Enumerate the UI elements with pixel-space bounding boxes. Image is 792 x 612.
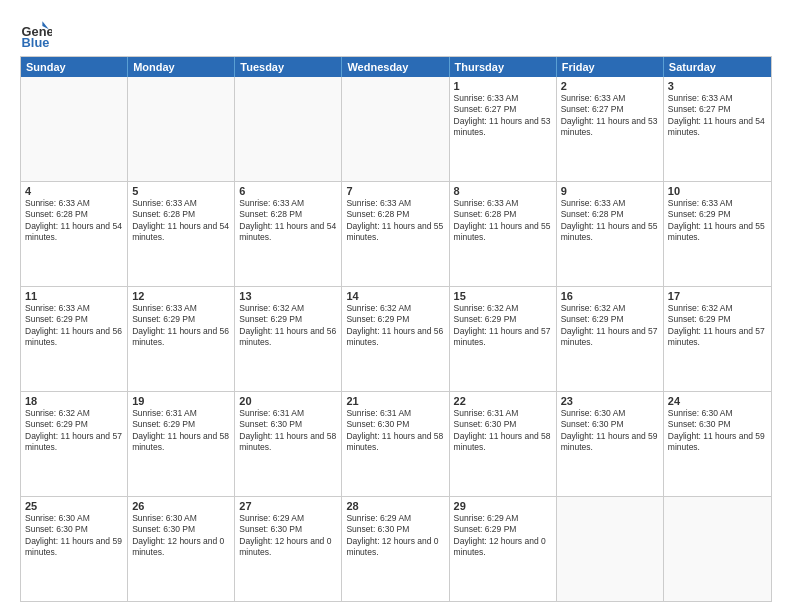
empty-cell — [128, 77, 235, 181]
day-number: 3 — [668, 80, 767, 92]
header-day-monday: Monday — [128, 57, 235, 77]
empty-cell — [557, 497, 664, 601]
day-number: 16 — [561, 290, 659, 302]
calendar: SundayMondayTuesdayWednesdayThursdayFrid… — [20, 56, 772, 602]
day-number: 24 — [668, 395, 767, 407]
calendar-row-2: 4Sunrise: 6:33 AMSunset: 6:28 PMDaylight… — [21, 181, 771, 286]
header-day-sunday: Sunday — [21, 57, 128, 77]
day-number: 6 — [239, 185, 337, 197]
day-number: 13 — [239, 290, 337, 302]
day-number: 29 — [454, 500, 552, 512]
day-cell-8: 8Sunrise: 6:33 AMSunset: 6:28 PMDaylight… — [450, 182, 557, 286]
day-info: Sunrise: 6:29 AMSunset: 6:30 PMDaylight:… — [239, 513, 337, 559]
day-info: Sunrise: 6:32 AMSunset: 6:29 PMDaylight:… — [25, 408, 123, 454]
day-cell-21: 21Sunrise: 6:31 AMSunset: 6:30 PMDayligh… — [342, 392, 449, 496]
empty-cell — [235, 77, 342, 181]
header: General Blue — [20, 18, 772, 50]
day-info: Sunrise: 6:30 AMSunset: 6:30 PMDaylight:… — [25, 513, 123, 559]
day-cell-5: 5Sunrise: 6:33 AMSunset: 6:28 PMDaylight… — [128, 182, 235, 286]
day-cell-25: 25Sunrise: 6:30 AMSunset: 6:30 PMDayligh… — [21, 497, 128, 601]
day-info: Sunrise: 6:31 AMSunset: 6:30 PMDaylight:… — [239, 408, 337, 454]
day-number: 25 — [25, 500, 123, 512]
logo: General Blue — [20, 18, 56, 50]
day-cell-3: 3Sunrise: 6:33 AMSunset: 6:27 PMDaylight… — [664, 77, 771, 181]
day-number: 28 — [346, 500, 444, 512]
header-day-saturday: Saturday — [664, 57, 771, 77]
day-cell-4: 4Sunrise: 6:33 AMSunset: 6:28 PMDaylight… — [21, 182, 128, 286]
day-info: Sunrise: 6:33 AMSunset: 6:27 PMDaylight:… — [454, 93, 552, 139]
day-cell-14: 14Sunrise: 6:32 AMSunset: 6:29 PMDayligh… — [342, 287, 449, 391]
day-cell-19: 19Sunrise: 6:31 AMSunset: 6:29 PMDayligh… — [128, 392, 235, 496]
day-cell-26: 26Sunrise: 6:30 AMSunset: 6:30 PMDayligh… — [128, 497, 235, 601]
day-cell-15: 15Sunrise: 6:32 AMSunset: 6:29 PMDayligh… — [450, 287, 557, 391]
day-info: Sunrise: 6:32 AMSunset: 6:29 PMDaylight:… — [346, 303, 444, 349]
day-number: 8 — [454, 185, 552, 197]
empty-cell — [664, 497, 771, 601]
header-day-tuesday: Tuesday — [235, 57, 342, 77]
day-cell-11: 11Sunrise: 6:33 AMSunset: 6:29 PMDayligh… — [21, 287, 128, 391]
day-cell-13: 13Sunrise: 6:32 AMSunset: 6:29 PMDayligh… — [235, 287, 342, 391]
svg-text:Blue: Blue — [22, 35, 50, 50]
calendar-header: SundayMondayTuesdayWednesdayThursdayFrid… — [21, 57, 771, 77]
day-number: 4 — [25, 185, 123, 197]
day-cell-24: 24Sunrise: 6:30 AMSunset: 6:30 PMDayligh… — [664, 392, 771, 496]
day-cell-7: 7Sunrise: 6:33 AMSunset: 6:28 PMDaylight… — [342, 182, 449, 286]
day-info: Sunrise: 6:29 AMSunset: 6:29 PMDaylight:… — [454, 513, 552, 559]
day-cell-1: 1Sunrise: 6:33 AMSunset: 6:27 PMDaylight… — [450, 77, 557, 181]
day-info: Sunrise: 6:33 AMSunset: 6:28 PMDaylight:… — [25, 198, 123, 244]
day-cell-29: 29Sunrise: 6:29 AMSunset: 6:29 PMDayligh… — [450, 497, 557, 601]
day-cell-18: 18Sunrise: 6:32 AMSunset: 6:29 PMDayligh… — [21, 392, 128, 496]
day-info: Sunrise: 6:33 AMSunset: 6:27 PMDaylight:… — [668, 93, 767, 139]
day-info: Sunrise: 6:33 AMSunset: 6:28 PMDaylight:… — [346, 198, 444, 244]
calendar-row-5: 25Sunrise: 6:30 AMSunset: 6:30 PMDayligh… — [21, 496, 771, 601]
day-number: 10 — [668, 185, 767, 197]
day-cell-23: 23Sunrise: 6:30 AMSunset: 6:30 PMDayligh… — [557, 392, 664, 496]
day-info: Sunrise: 6:33 AMSunset: 6:28 PMDaylight:… — [239, 198, 337, 244]
calendar-row-4: 18Sunrise: 6:32 AMSunset: 6:29 PMDayligh… — [21, 391, 771, 496]
day-number: 7 — [346, 185, 444, 197]
day-number: 18 — [25, 395, 123, 407]
day-cell-6: 6Sunrise: 6:33 AMSunset: 6:28 PMDaylight… — [235, 182, 342, 286]
day-cell-10: 10Sunrise: 6:33 AMSunset: 6:29 PMDayligh… — [664, 182, 771, 286]
day-number: 27 — [239, 500, 337, 512]
day-number: 22 — [454, 395, 552, 407]
day-info: Sunrise: 6:30 AMSunset: 6:30 PMDaylight:… — [668, 408, 767, 454]
day-number: 9 — [561, 185, 659, 197]
day-cell-20: 20Sunrise: 6:31 AMSunset: 6:30 PMDayligh… — [235, 392, 342, 496]
day-number: 21 — [346, 395, 444, 407]
header-day-thursday: Thursday — [450, 57, 557, 77]
day-number: 1 — [454, 80, 552, 92]
day-cell-2: 2Sunrise: 6:33 AMSunset: 6:27 PMDaylight… — [557, 77, 664, 181]
calendar-body: 1Sunrise: 6:33 AMSunset: 6:27 PMDaylight… — [21, 77, 771, 601]
day-number: 17 — [668, 290, 767, 302]
day-info: Sunrise: 6:30 AMSunset: 6:30 PMDaylight:… — [561, 408, 659, 454]
day-number: 11 — [25, 290, 123, 302]
day-number: 15 — [454, 290, 552, 302]
calendar-row-1: 1Sunrise: 6:33 AMSunset: 6:27 PMDaylight… — [21, 77, 771, 181]
header-day-friday: Friday — [557, 57, 664, 77]
logo-icon: General Blue — [20, 18, 52, 50]
day-number: 12 — [132, 290, 230, 302]
day-number: 20 — [239, 395, 337, 407]
empty-cell — [21, 77, 128, 181]
day-info: Sunrise: 6:31 AMSunset: 6:30 PMDaylight:… — [346, 408, 444, 454]
header-day-wednesday: Wednesday — [342, 57, 449, 77]
day-info: Sunrise: 6:30 AMSunset: 6:30 PMDaylight:… — [132, 513, 230, 559]
day-info: Sunrise: 6:32 AMSunset: 6:29 PMDaylight:… — [239, 303, 337, 349]
day-info: Sunrise: 6:33 AMSunset: 6:29 PMDaylight:… — [668, 198, 767, 244]
day-number: 14 — [346, 290, 444, 302]
day-number: 26 — [132, 500, 230, 512]
day-info: Sunrise: 6:33 AMSunset: 6:28 PMDaylight:… — [454, 198, 552, 244]
day-info: Sunrise: 6:33 AMSunset: 6:27 PMDaylight:… — [561, 93, 659, 139]
day-info: Sunrise: 6:32 AMSunset: 6:29 PMDaylight:… — [561, 303, 659, 349]
day-number: 19 — [132, 395, 230, 407]
day-number: 2 — [561, 80, 659, 92]
day-cell-28: 28Sunrise: 6:29 AMSunset: 6:30 PMDayligh… — [342, 497, 449, 601]
day-info: Sunrise: 6:33 AMSunset: 6:28 PMDaylight:… — [132, 198, 230, 244]
day-info: Sunrise: 6:31 AMSunset: 6:30 PMDaylight:… — [454, 408, 552, 454]
day-info: Sunrise: 6:33 AMSunset: 6:29 PMDaylight:… — [132, 303, 230, 349]
empty-cell — [342, 77, 449, 181]
day-info: Sunrise: 6:33 AMSunset: 6:29 PMDaylight:… — [25, 303, 123, 349]
day-number: 23 — [561, 395, 659, 407]
day-info: Sunrise: 6:33 AMSunset: 6:28 PMDaylight:… — [561, 198, 659, 244]
